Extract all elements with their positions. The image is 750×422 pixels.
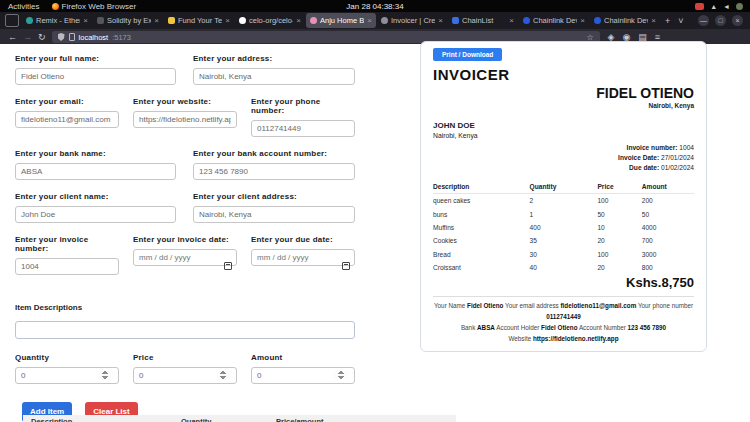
bank-account-input[interactable]	[193, 163, 355, 180]
clock[interactable]: Jan 28 04:38:34	[346, 2, 403, 11]
new-tab-button[interactable]: +	[661, 16, 674, 26]
client-name-input[interactable]	[15, 206, 176, 223]
chainlink-favicon-icon	[594, 17, 601, 24]
tab-anju-home-bakers[interactable]: Anju Home Baker ×	[306, 13, 376, 28]
back-button[interactable]: ←	[8, 31, 17, 43]
address-input[interactable]	[193, 68, 355, 85]
faucet-favicon-icon	[168, 17, 175, 24]
invoice-sender-city: Nairobi, Kenya	[433, 102, 694, 109]
tab-close-icon[interactable]: ×	[154, 16, 159, 25]
tab-close-icon[interactable]: ×	[296, 16, 301, 25]
bank-account-label: Enter your bank account number:	[193, 149, 355, 158]
due-date-input[interactable]	[251, 249, 355, 266]
github-favicon-icon	[239, 17, 246, 24]
volume-icon[interactable]: ◄	[723, 3, 730, 10]
list-all-tabs-icon[interactable]: ˅	[674, 16, 687, 26]
table-row: Bread301003000	[433, 248, 694, 261]
window-close-button[interactable]: ×	[732, 15, 743, 26]
invoice-date-label: Enter your invoice date:	[133, 235, 237, 244]
wifi-icon[interactable]: ▲	[710, 3, 717, 10]
bank-name-label: Enter your bank name:	[15, 149, 176, 158]
due-date-label: Enter your due date:	[251, 235, 355, 244]
amount-stepper[interactable]	[251, 367, 355, 384]
system-top-bar: Activities Firefox Web Browser Jan 28 04…	[0, 0, 750, 12]
url-host: localhost	[79, 33, 109, 42]
tab-close-icon[interactable]: ×	[225, 16, 230, 25]
tab-close-icon[interactable]: ×	[651, 16, 656, 25]
invoice-sender-name: FIDEL OTIENO	[433, 85, 694, 101]
solidity-favicon-icon	[97, 17, 104, 24]
table-row: Cookies3520700	[433, 234, 694, 247]
address-label: Enter your address:	[193, 54, 355, 63]
tab-close-icon[interactable]: ×	[580, 16, 585, 25]
tab-remix[interactable]: Remix - Ethereum I ×	[22, 13, 92, 28]
tracking-protection-shield-icon[interactable]	[58, 33, 65, 41]
invoice-footer: Your Name Fidel Otieno Your email addres…	[433, 300, 694, 344]
print-download-button[interactable]: Print / Download	[433, 48, 502, 61]
firefox-view-icon[interactable]	[5, 14, 19, 27]
website-input[interactable]	[133, 111, 237, 128]
invoice-preview: Print / Download INVOICER FIDEL OTIENO N…	[420, 41, 707, 352]
chainlist-favicon-icon	[452, 17, 459, 24]
item-description-input[interactable]	[15, 321, 355, 339]
activities-button[interactable]: Activities	[8, 2, 40, 11]
calendar-icon[interactable]	[224, 262, 232, 270]
tab-invoicer[interactable]: Invoicer | Create In ×	[377, 13, 447, 28]
invoice-client-name: JOHN DOE	[433, 121, 694, 130]
quantity-label: Quantity	[15, 353, 119, 362]
invoice-number-input[interactable]	[15, 258, 119, 275]
chainlink-favicon-icon	[523, 17, 530, 24]
window-maximize-button[interactable]: □	[715, 15, 726, 26]
table-header-row: Description Quantity Price Amount	[433, 180, 694, 194]
phone-input[interactable]	[251, 120, 355, 137]
items-list-header-cutoff: Description Quantity Price/amount	[23, 415, 456, 422]
tab-close-icon[interactable]: ×	[367, 16, 372, 25]
client-address-label: Enter your client address:	[193, 192, 355, 201]
firefox-icon	[52, 3, 59, 10]
invoice-total: Kshs.8,750	[433, 275, 694, 290]
reload-button[interactable]: ↻	[38, 31, 46, 43]
invoice-date-input[interactable]	[133, 249, 237, 266]
system-menu-icon[interactable]	[736, 3, 743, 10]
amount-label: Amount	[251, 353, 355, 362]
site-security-page-icon[interactable]	[69, 33, 75, 41]
table-row: Croissant4020800	[433, 261, 694, 274]
screen-record-indicator-icon	[695, 3, 704, 10]
table-row: queen cakes2100200	[433, 194, 694, 208]
full-name-input[interactable]	[15, 68, 176, 85]
table-row: buns15050	[433, 207, 694, 220]
email-input[interactable]	[15, 111, 119, 128]
quantity-stepper[interactable]	[15, 367, 119, 384]
tab-chainlink-dev-hub-1[interactable]: Chainlink Dev Hub ×	[519, 13, 589, 28]
invoicer-favicon-icon	[381, 17, 388, 24]
focused-app-name[interactable]: Firefox Web Browser	[52, 2, 137, 11]
url-port: :5173	[112, 33, 131, 42]
bank-name-input[interactable]	[15, 163, 176, 180]
invoice-items-table: Description Quantity Price Amount queen …	[433, 180, 694, 274]
forward-button[interactable]: →	[23, 31, 32, 43]
tab-chainlink-dev-hub-2[interactable]: Chainlink Dev Hub ×	[590, 13, 660, 28]
tab-close-icon[interactable]: ×	[438, 16, 443, 25]
invoice-form: Enter your full name: Enter your address…	[15, 54, 355, 422]
calendar-icon[interactable]	[342, 262, 350, 270]
tab-solidity[interactable]: Solidity by Exampl ×	[93, 13, 163, 28]
email-label: Enter your email:	[15, 97, 119, 106]
phone-label: Enter your phone number:	[251, 97, 355, 115]
tab-close-icon[interactable]: ×	[509, 16, 514, 25]
invoice-footer-divider	[433, 296, 694, 297]
price-label: Price	[133, 353, 237, 362]
invoice-number-label: Enter your invoice number:	[15, 235, 119, 253]
invoice-client-city: Nairobi, Kenya	[433, 132, 694, 139]
tab-bar: Remix - Ethereum I × Solidity by Exampl …	[0, 12, 750, 29]
window-minimize-button[interactable]: —	[698, 15, 709, 26]
price-stepper[interactable]	[133, 367, 237, 384]
tab-faucet[interactable]: Fund Your Testnet ×	[164, 13, 234, 28]
client-address-input[interactable]	[193, 206, 355, 223]
tab-close-icon[interactable]: ×	[83, 16, 88, 25]
invoice-meta: Invoice number: 1004 Invoice Date: 27/01…	[433, 143, 694, 173]
anju-favicon-icon	[310, 17, 317, 24]
table-row: Muffins400104000	[433, 221, 694, 234]
tab-github-celo[interactable]: celo-org/celo-com ×	[235, 13, 305, 28]
tab-chainlist[interactable]: ChainList ×	[448, 13, 518, 28]
full-name-label: Enter your full name:	[15, 54, 176, 63]
